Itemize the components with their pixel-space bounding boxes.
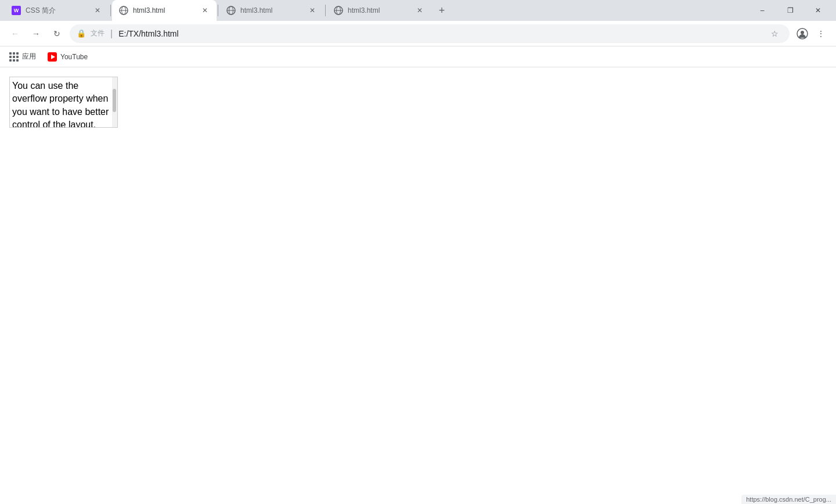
tab-separator-1: [110, 5, 111, 16]
forward-button[interactable]: →: [28, 26, 44, 42]
tab-separator-3: [325, 5, 326, 16]
back-button[interactable]: ←: [7, 26, 23, 42]
tab-close-html3-2[interactable]: ✕: [308, 6, 317, 15]
tab-icon-globe-active: [119, 6, 128, 15]
tab-html3-active[interactable]: html3.html ✕: [112, 0, 217, 21]
close-button[interactable]: ✕: [805, 0, 831, 21]
svg-point-10: [801, 31, 804, 34]
youtube-icon: [48, 52, 57, 62]
minimize-button[interactable]: –: [749, 0, 776, 21]
tab-icon-globe-2: [226, 6, 236, 15]
title-bar: W CSS 简介 ✕ html3.html ✕ html3.html ✕: [0, 0, 836, 21]
address-text[interactable]: E:/TX/html3.html: [118, 29, 762, 38]
tab-css[interactable]: W CSS 简介 ✕: [5, 0, 109, 21]
tab-title-html3-3: html3.html: [348, 6, 410, 15]
maximize-button[interactable]: ❐: [777, 0, 803, 21]
address-bar: ← → ↻ 🔒 文件 | E:/TX/html3.html ☆ ⋮: [0, 21, 836, 46]
window-controls: – ❐ ✕: [749, 0, 831, 21]
overflow-text: You can use the overflow property when y…: [12, 81, 109, 128]
youtube-label: YouTube: [60, 53, 88, 61]
page-status-url: https://blog.csdn.net/C_prog...: [741, 495, 836, 504]
tab-title-css: CSS 简介: [26, 6, 88, 16]
address-divider: 文件: [91, 28, 105, 38]
overflow-box[interactable]: You can use the overflow property when y…: [9, 77, 117, 128]
address-input-container[interactable]: 🔒 文件 | E:/TX/html3.html ☆: [70, 24, 790, 43]
youtube-bookmark[interactable]: YouTube: [43, 50, 92, 64]
menu-button[interactable]: ⋮: [813, 26, 829, 42]
security-icon: 🔒: [77, 29, 86, 38]
overflow-scrollbar-thumb[interactable]: [113, 89, 116, 112]
bookmark-button[interactable]: ☆: [766, 26, 783, 42]
tab-title-html3-active: html3.html: [133, 6, 196, 15]
tab-icon-word: W: [12, 6, 21, 15]
new-tab-button[interactable]: +: [434, 2, 450, 19]
tab-close-css[interactable]: ✕: [93, 6, 102, 15]
reload-button[interactable]: ↻: [49, 26, 65, 42]
page-content: You can use the overflow property when y…: [0, 67, 836, 504]
address-actions: ⋮: [794, 26, 829, 42]
bookmarks-bar: 应用 YouTube: [0, 46, 836, 67]
tab-separator-2: [218, 5, 218, 16]
tab-close-html3-active[interactable]: ✕: [200, 6, 210, 15]
tab-html3-2[interactable]: html3.html ✕: [219, 0, 324, 21]
apps-grid-icon: [9, 52, 19, 62]
tab-icon-globe-3: [334, 6, 343, 15]
tab-title-html3-2: html3.html: [240, 6, 303, 15]
overflow-scrollbar[interactable]: [112, 77, 118, 128]
profile-button[interactable]: [794, 26, 810, 42]
apps-bookmark[interactable]: 应用: [5, 49, 41, 64]
tab-html3-3[interactable]: html3.html ✕: [327, 0, 431, 21]
tab-close-html3-3[interactable]: ✕: [415, 6, 424, 15]
apps-label: 应用: [22, 52, 36, 62]
address-pipe: |: [110, 28, 113, 39]
